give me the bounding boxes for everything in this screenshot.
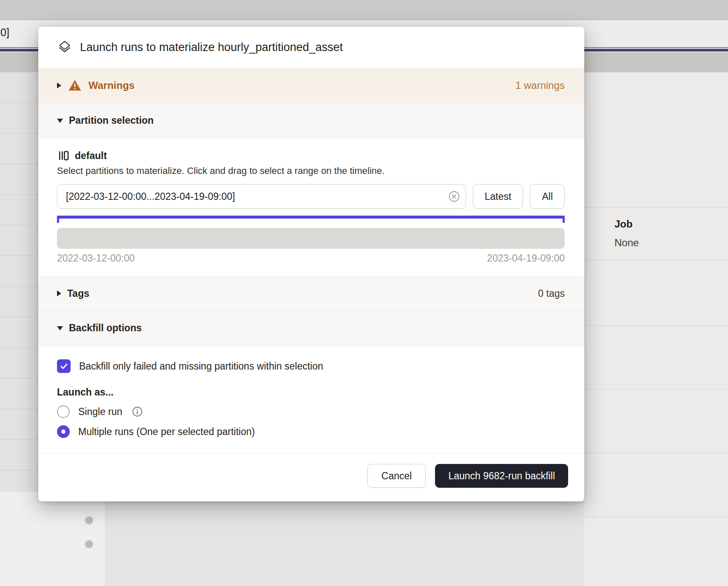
status-dot — [85, 516, 93, 524]
partition-range-input[interactable] — [57, 184, 466, 209]
row-divider — [584, 259, 728, 260]
background-top-bar — [0, 0, 728, 20]
checkbox-checked-icon[interactable] — [57, 359, 71, 373]
chevron-right-icon — [57, 82, 61, 88]
materialize-asset-icon — [57, 40, 72, 55]
range-bar — [57, 216, 565, 219]
chevron-right-icon — [57, 290, 61, 296]
all-button[interactable]: All — [530, 184, 565, 209]
timeline-end-label: 2023-04-19-09:00 — [487, 253, 565, 264]
job-column-header: Job — [614, 218, 633, 230]
partition-selection-description: Select partitions to materialize. Click … — [57, 165, 565, 176]
backfill-options-toggle[interactable]: Backfill options — [38, 311, 584, 346]
cancel-button[interactable]: Cancel — [367, 464, 426, 488]
latest-button[interactable]: Latest — [473, 184, 523, 209]
failed-missing-checkbox-label: Backfill only failed and missing partiti… — [79, 361, 323, 372]
timeline-start-label: 2022-03-12-00:00 — [57, 253, 135, 264]
row-divider — [584, 453, 728, 453]
clear-selection-button[interactable] — [448, 191, 460, 202]
single-run-label: Single run — [78, 406, 122, 418]
range-cap-right — [563, 216, 565, 223]
backfill-options-header: Backfill options — [69, 322, 142, 334]
warnings-label: Warnings — [88, 80, 134, 91]
row-divider — [584, 207, 728, 208]
dialog-footer: Cancel Launch 9682-run backfill — [38, 453, 584, 501]
timeline-date-labels: 2022-03-12-00:00 2023-04-19-09:00 — [57, 253, 565, 264]
radio-unchecked-icon[interactable] — [57, 405, 70, 418]
background-bottom-left-panel — [0, 491, 105, 586]
tags-header: Tags — [67, 288, 89, 299]
radio-checked-icon[interactable] — [57, 425, 70, 438]
warning-triangle-icon — [68, 79, 82, 92]
partition-selection-header: Partition selection — [69, 115, 154, 126]
row-divider — [584, 325, 728, 326]
warnings-section-toggle[interactable]: Warnings 1 warnings — [38, 68, 584, 103]
tags-section-toggle[interactable]: Tags 0 tags — [38, 276, 584, 311]
chevron-down-icon — [57, 119, 63, 123]
partition-timeline[interactable] — [57, 228, 565, 249]
partition-selection-content: default Select partitions to materialize… — [38, 138, 584, 276]
multiple-runs-label: Multiple runs (One per selected partitio… — [78, 426, 255, 438]
row-divider — [584, 517, 728, 517]
dialog-header: Launch runs to materialize hourly_partit… — [38, 27, 584, 68]
backfill-options-content: Backfill only failed and missing partiti… — [38, 346, 584, 453]
launch-backfill-button[interactable]: Launch 9682-run backfill — [435, 464, 568, 488]
partition-range-row: Latest All — [57, 184, 565, 209]
screen: 0] Job None Launch runs to materialize h… — [0, 0, 728, 586]
partition-set-icon — [57, 149, 70, 162]
multiple-runs-radio-row[interactable]: Multiple runs (One per selected partitio… — [57, 425, 565, 438]
failed-missing-checkbox-row[interactable]: Backfill only failed and missing partiti… — [57, 359, 565, 373]
status-dot — [85, 540, 93, 548]
background-right-panel: Job None — [584, 72, 728, 586]
dialog-title: Launch runs to materialize hourly_partit… — [80, 41, 343, 54]
partition-selection-toggle[interactable]: Partition selection — [38, 103, 584, 138]
partition-dimension-name: default — [75, 150, 107, 162]
warnings-count: 1 warnings — [515, 80, 565, 91]
circle-x-icon — [448, 191, 460, 202]
partition-dimension-row: default — [57, 149, 565, 162]
partition-range-input-wrap — [57, 184, 466, 209]
selected-range-indicator — [57, 216, 565, 223]
background-clipped-text: 0] — [0, 26, 9, 39]
job-column-value: None — [614, 237, 639, 249]
tags-count: 0 tags — [538, 288, 565, 299]
launch-backfill-dialog: Launch runs to materialize hourly_partit… — [38, 27, 584, 501]
info-icon[interactable] — [132, 406, 143, 417]
chevron-down-icon — [57, 326, 63, 330]
row-divider — [584, 389, 728, 390]
launch-as-label: Launch as... — [57, 387, 565, 398]
single-run-radio-row[interactable]: Single run — [57, 405, 565, 418]
